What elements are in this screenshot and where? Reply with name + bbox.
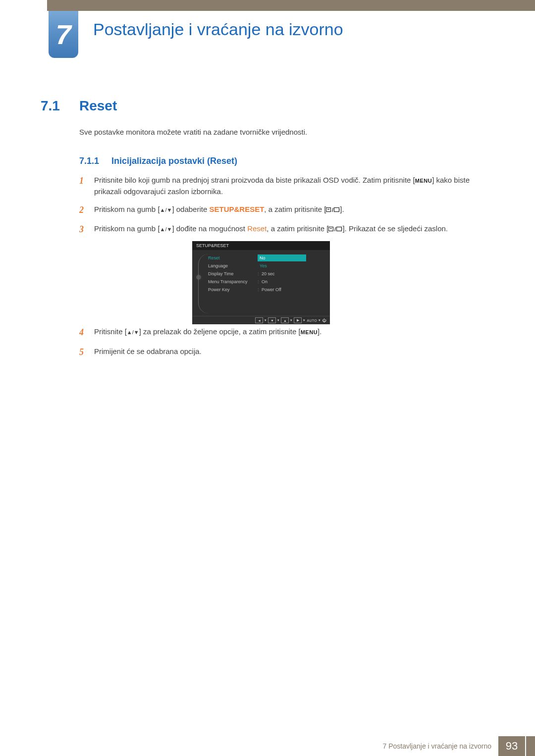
text: ]. Prikazat će se sljedeći zaslon. xyxy=(342,224,448,233)
reset-keyword: Reset xyxy=(247,224,267,233)
text: Pritiskom na gumb [ xyxy=(94,224,160,233)
section-number: 7.1 xyxy=(41,98,60,114)
osd-value: Power Off xyxy=(262,287,328,292)
footer-text: 7 Postavljanje i vraćanje na izvorno xyxy=(383,742,498,750)
text: ]. xyxy=(340,205,344,213)
section-title: Reset xyxy=(79,98,117,114)
osd-row-power-key: Power Key : Power Off xyxy=(208,286,328,294)
step-4: 4 Pritisnite [▲/▼] za prelazak do željen… xyxy=(79,326,490,340)
step-text: Pritiskom na gumb [▲/▼] dođite na mogućn… xyxy=(94,223,490,237)
svg-text:/: / xyxy=(332,207,333,213)
osd-body: Reset No Language Yes Display Time : 20 … xyxy=(192,250,330,296)
step-number: 3 xyxy=(79,223,94,237)
up-down-icon: ▲/▼ xyxy=(160,226,172,232)
text: ] odaberite xyxy=(172,205,209,213)
svg-rect-5 xyxy=(330,228,332,229)
up-down-icon: ▲/▼ xyxy=(127,329,139,335)
osd-value: On xyxy=(262,279,328,284)
step-text: Primijenit će se odabrana opcija. xyxy=(94,346,490,359)
step-2: 2 Pritiskom na gumb [▲/▼] odaberite SETU… xyxy=(79,203,490,217)
osd-value: Yes xyxy=(258,263,267,268)
text: ] dođite na mogućnost xyxy=(172,224,247,233)
text: , a zatim pritisnite [ xyxy=(267,224,328,233)
osd-power-icon: ⏻ xyxy=(322,318,326,323)
chapter-title: Postavljanje i vraćanje na izvorno xyxy=(93,20,343,39)
menu-keyword: MENU xyxy=(415,178,432,184)
header-band xyxy=(47,0,535,11)
step-5: 5 Primijenit će se odabrana opcija. xyxy=(79,346,490,359)
text: Pritiskom na gumb [ xyxy=(94,205,160,213)
step-number: 4 xyxy=(79,326,94,340)
svg-rect-1 xyxy=(327,209,329,209)
osd-row-transparency: Menu Transparency : On xyxy=(208,278,328,286)
subsection-number: 7.1.1 xyxy=(79,156,99,166)
step-text: Pritisnite [▲/▼] za prelazak do željene … xyxy=(94,326,490,340)
step-text: Pritisnite bilo koji gumb na prednjoj st… xyxy=(94,174,490,198)
setup-reset-keyword: SETUP&RESET xyxy=(209,205,264,213)
osd-row-display-time: Display Time : 20 sec xyxy=(208,270,328,278)
osd-label: Menu Transparency xyxy=(208,279,258,284)
svg-rect-4 xyxy=(329,227,333,231)
menu-keyword: MENU xyxy=(301,329,318,335)
osd-up-icon: ▲ xyxy=(281,317,289,323)
text: ]. xyxy=(318,327,321,336)
chapter-badge: 7 xyxy=(49,11,78,58)
step-number: 5 xyxy=(79,346,94,359)
osd-label: Language xyxy=(208,263,258,268)
page-footer: 7 Postavljanje i vraćanje na izvorno 93 xyxy=(0,736,535,756)
osd-header: SETUP&RESET xyxy=(192,241,330,250)
section-intro: Sve postavke monitora možete vratiti na … xyxy=(79,128,307,136)
chapter-number: 7 xyxy=(55,18,71,50)
osd-label: Display Time xyxy=(208,271,258,276)
text: Pritisnite [ xyxy=(94,327,127,336)
osd-screenshot: SETUP&RESET Reset No Language Yes Displa… xyxy=(192,241,330,324)
step-text: Pritiskom na gumb [▲/▼] odaberite SETUP&… xyxy=(94,203,490,217)
subsection-title: Inicijalizacija postavki (Reset) xyxy=(111,156,237,166)
text: ] za prelazak do željene opcije, a zatim… xyxy=(139,327,301,336)
osd-menu: Reset No Language Yes Display Time : 20 … xyxy=(205,250,330,296)
step-3: 3 Pritiskom na gumb [▲/▼] dođite na mogu… xyxy=(79,223,490,237)
svg-text:/: / xyxy=(334,226,336,232)
osd-label: Power Key xyxy=(208,287,258,292)
svg-rect-0 xyxy=(326,207,331,211)
osd-auto-label: AUTO xyxy=(307,319,317,322)
source-icon: / xyxy=(326,205,340,213)
osd-row-reset: Reset No xyxy=(208,254,328,262)
footer-bar xyxy=(526,736,535,756)
text: , a zatim pritisnite [ xyxy=(264,205,326,213)
svg-rect-7 xyxy=(337,227,342,231)
osd-back-icon: ◄ xyxy=(255,317,263,323)
source-icon: / xyxy=(328,224,342,233)
step-number: 1 xyxy=(79,174,94,198)
text: Pritisnite bilo koji gumb na prednjoj st… xyxy=(94,176,415,184)
osd-side-tab xyxy=(192,250,205,296)
osd-row-reset-yes: Language Yes xyxy=(208,262,328,270)
step-1: 1 Pritisnite bilo koji gumb na prednjoj … xyxy=(79,174,490,198)
svg-rect-3 xyxy=(334,207,339,211)
step-number: 2 xyxy=(79,203,94,217)
osd-footer: ◄▾ ▼▾ ▲▾ ▶▾ AUTO▾ ⏻ xyxy=(192,316,330,324)
osd-down-icon: ▼ xyxy=(268,317,276,323)
page-number: 93 xyxy=(498,736,525,756)
osd-value: 20 sec xyxy=(262,271,328,276)
osd-value-highlight: No xyxy=(258,254,306,261)
up-down-icon: ▲/▼ xyxy=(160,207,172,213)
osd-label: Reset xyxy=(208,255,258,260)
osd-enter-icon: ▶ xyxy=(294,317,302,323)
